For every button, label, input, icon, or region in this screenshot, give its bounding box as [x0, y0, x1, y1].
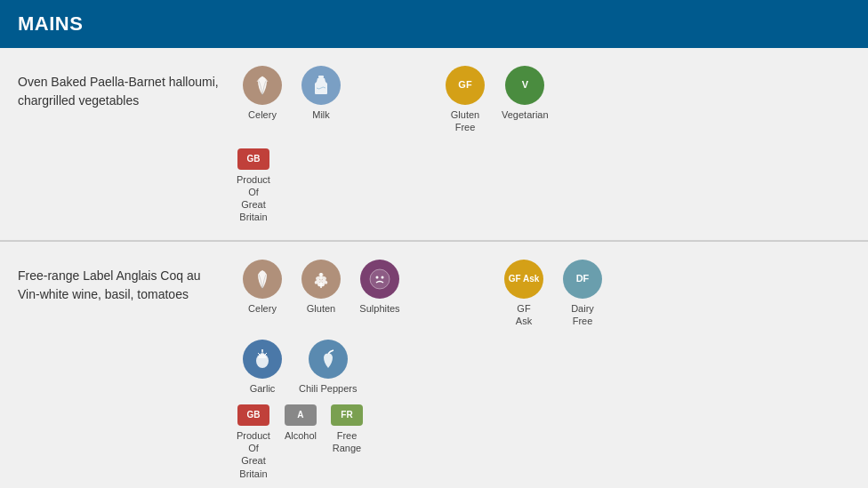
celery-icon — [243, 66, 282, 105]
alcohol-badge-label-2: Alcohol — [285, 429, 317, 442]
gb-badge-icon-2: GB — [237, 404, 269, 426]
chili-label-2: Chili Peppers — [299, 382, 357, 395]
free-range-badge-icon: FR — [331, 404, 363, 426]
allergen-gluten-2: Gluten — [299, 260, 343, 315]
gluten-free-icon: GF — [446, 66, 485, 105]
garlic-label-2: Garlic — [250, 382, 276, 395]
flag-veg-1: V Vegetarian — [502, 66, 549, 121]
svg-point-27 — [382, 276, 384, 278]
milk-icon — [301, 66, 341, 105]
menu-item-2: Free-range Label Anglais Coq au Vin-whit… — [0, 242, 868, 488]
milk-label-1: Milk — [312, 108, 330, 121]
svg-point-23 — [319, 273, 324, 276]
vegetarian-icon: V — [505, 66, 544, 105]
celery-icon-2 — [243, 260, 282, 299]
gluten-label-2: Gluten — [307, 302, 335, 315]
flag-df-2: DF DairyFree — [560, 260, 605, 328]
celery-label-2: Celery — [248, 302, 277, 315]
badge-gb-1: GB ProductOfGreatBritain — [237, 148, 270, 224]
celery-label-1: Celery — [248, 108, 277, 121]
allergens-area-2: Celery Glu — [240, 260, 850, 328]
gluten-icon-2 — [301, 260, 341, 299]
sulphites-label-2: Sulphites — [359, 302, 399, 315]
page-header: MAINS — [0, 0, 868, 48]
df-label-2: DairyFree — [571, 302, 594, 328]
sulphites-icon-2 — [360, 260, 399, 299]
chili-icon-2 — [309, 340, 348, 379]
badges-area-2: GB ProductOfGreatBritain A Alcohol FR Fr… — [0, 399, 868, 488]
allergens-area-1: Celery Milk GF — [240, 66, 850, 134]
badge-gb-2: GB ProductOfGreatBritain — [237, 404, 270, 480]
allergen-garlic-2: Garlic — [240, 340, 285, 395]
gb-badge-icon: GB — [237, 148, 269, 170]
badge-fr-2: FR FreeRange — [331, 404, 363, 455]
allergen-milk-1: Milk — [299, 66, 343, 121]
allergen-celery-2: Celery — [240, 260, 285, 315]
flag-gf-1: GF GlutenFree — [443, 66, 487, 134]
allergens2-area-2: Garlic Chili Peppers — [240, 340, 850, 395]
page-title: MAINS — [18, 12, 83, 35]
allergen-chili-2: Chili Peppers — [299, 340, 357, 395]
page-container: MAINS Oven Baked Paella-Barnet halloumi,… — [0, 0, 868, 488]
gfask-label-2: GFAsk — [516, 302, 532, 328]
veg-label-1: Vegetarian — [502, 108, 549, 121]
dairy-free-icon: DF — [563, 260, 602, 299]
garlic-icon-2 — [243, 340, 282, 379]
gf-ask-icon: GF Ask — [504, 260, 543, 299]
svg-line-30 — [258, 353, 260, 355]
allergen-sulphites-2: Sulphites — [358, 260, 402, 315]
badges-area-1: GB ProductOfGreatBritain — [0, 143, 868, 240]
gb-badge-label-2: ProductOfGreatBritain — [237, 429, 270, 480]
item-name-1: Oven Baked Paella-Barnet halloumi, charg… — [18, 66, 222, 110]
menu-item-1: Oven Baked Paella-Barnet halloumi, charg… — [0, 48, 868, 241]
flag-gfask-2: GF Ask GFAsk — [502, 260, 546, 328]
svg-point-26 — [376, 276, 379, 278]
allergen-celery-1: Celery — [240, 66, 285, 121]
gf-label-1: GlutenFree — [451, 108, 479, 134]
badge-alcohol-2: A Alcohol — [285, 404, 317, 442]
item-name-2: Free-range Label Anglais Coq au Vin-whit… — [18, 260, 222, 304]
svg-rect-16 — [318, 76, 324, 78]
fr-badge-label-2: FreeRange — [333, 429, 361, 455]
alcohol-badge-icon: A — [285, 404, 317, 426]
gb-badge-label-1: ProductOfGreatBritain — [237, 173, 270, 224]
svg-line-31 — [265, 353, 267, 355]
